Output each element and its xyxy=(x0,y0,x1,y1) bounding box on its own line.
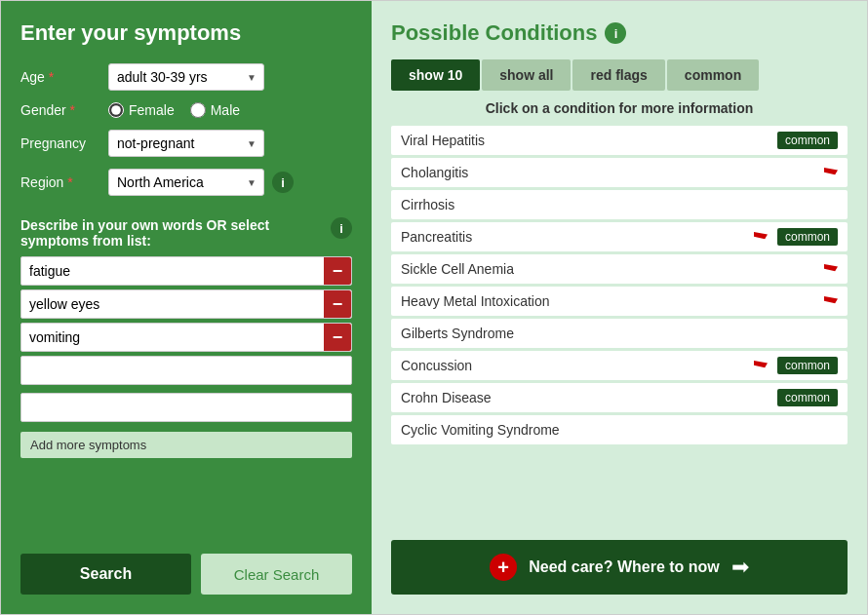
gender-row: Gender * Female Male xyxy=(20,102,352,118)
gender-radio-group: Female Male xyxy=(108,102,240,118)
symptom-empty-1 xyxy=(20,356,352,385)
condition-row-crohn[interactable]: Crohn Disease common xyxy=(391,383,848,412)
region-select[interactable]: North America Europe Asia Africa Austral… xyxy=(108,169,264,196)
condition-name: Concussion xyxy=(401,358,748,373)
age-select-wrapper: adult 30-39 yrs child 0-2 yrs child 3-12… xyxy=(108,63,264,91)
arrow-right-icon: ➡ xyxy=(731,555,749,580)
conditions-info-icon[interactable]: i xyxy=(605,22,626,44)
condition-row-concussion[interactable]: Concussion common xyxy=(391,351,848,380)
red-flag-icon xyxy=(754,361,768,372)
need-care-bar[interactable]: Need care? Where to now ➡ xyxy=(391,540,848,595)
tab-showall[interactable]: show all xyxy=(482,59,571,91)
region-select-wrapper: North America Europe Asia Africa Austral… xyxy=(108,169,264,196)
condition-row-viral-hepatitis[interactable]: Viral Hepatitis common xyxy=(391,126,848,155)
condition-name: Cholangitis xyxy=(401,165,818,180)
gender-required: * xyxy=(70,102,75,118)
tab-bar: show 10 show all red flags common xyxy=(391,59,848,91)
condition-row-cholangitis[interactable]: Cholangitis xyxy=(391,158,848,187)
describe-text: Describe in your own words OR select sym… xyxy=(20,217,315,249)
symptom-input-3[interactable] xyxy=(21,324,324,351)
left-panel: Enter your symptoms Age * adult 30-39 yr… xyxy=(1,1,372,614)
symptom-list: − − − xyxy=(20,256,352,426)
condition-name: Sickle Cell Anemia xyxy=(401,261,818,277)
remove-symptom-1[interactable]: − xyxy=(324,257,351,285)
clear-search-button[interactable]: Clear Search xyxy=(201,554,352,595)
region-required: * xyxy=(67,174,72,190)
describe-section: Describe in your own words OR select sym… xyxy=(20,217,352,249)
common-badge: common xyxy=(777,357,838,374)
symptom-input-2[interactable] xyxy=(21,290,324,318)
condition-name: Pancreatitis xyxy=(401,229,748,245)
condition-name: Cyclic Vomiting Syndrome xyxy=(401,422,838,438)
red-cross-icon xyxy=(490,554,517,581)
pregnancy-select-wrapper: not-pregnant pregnant N/A xyxy=(108,130,264,157)
symptom-input-1[interactable] xyxy=(21,257,324,285)
gender-male-radio[interactable] xyxy=(190,102,206,118)
region-row: Region * North America Europe Asia Afric… xyxy=(20,169,352,196)
condition-row-gilberts[interactable]: Gilberts Syndrome xyxy=(391,319,848,348)
condition-name: Viral Hepatitis xyxy=(401,133,768,148)
gender-female-label[interactable]: Female xyxy=(108,102,175,118)
bottom-buttons: Search Clear Search xyxy=(20,554,352,595)
age-required: * xyxy=(49,69,54,85)
symptom-row-1: − xyxy=(20,256,352,286)
common-badge: common xyxy=(777,132,838,149)
tab-common[interactable]: common xyxy=(667,59,759,91)
condition-row-cyclic-vomiting[interactable]: Cyclic Vomiting Syndrome xyxy=(391,415,848,444)
condition-name: Crohn Disease xyxy=(401,390,768,405)
common-badge: common xyxy=(777,389,838,406)
symptom-row-2: − xyxy=(20,289,352,319)
right-panel: Possible Conditions i show 10 show all r… xyxy=(372,1,867,614)
pregnancy-select[interactable]: not-pregnant pregnant N/A xyxy=(108,130,264,157)
remove-symptom-2[interactable]: − xyxy=(324,290,351,318)
condition-name: Gilberts Syndrome xyxy=(401,326,838,341)
condition-row-sickle-cell[interactable]: Sickle Cell Anemia xyxy=(391,254,848,284)
age-label: Age * xyxy=(20,69,108,85)
region-info-icon[interactable]: i xyxy=(272,172,294,193)
symptom-row-3: − xyxy=(20,323,352,352)
search-button[interactable]: Search xyxy=(20,554,191,595)
page-title: Enter your symptoms xyxy=(20,20,352,46)
region-label: Region * xyxy=(20,174,108,190)
symptom-empty-2 xyxy=(20,393,352,422)
red-flag-icon xyxy=(754,232,768,244)
need-care-text: Need care? Where to now xyxy=(529,558,720,576)
tab-redflags[interactable]: red flags xyxy=(572,59,664,91)
condition-row-heavy-metal[interactable]: Heavy Metal Intoxication xyxy=(391,287,848,316)
tab-show10[interactable]: show 10 xyxy=(391,59,480,91)
gender-female-radio[interactable] xyxy=(108,102,124,118)
condition-row-pancreatitis[interactable]: Pancreatitis common xyxy=(391,222,848,251)
conditions-title: Possible Conditions i xyxy=(391,20,848,46)
condition-row-cirrhosis[interactable]: Cirrhosis xyxy=(391,190,848,219)
red-flag-icon xyxy=(824,264,838,276)
app-container: Enter your symptoms Age * adult 30-39 yr… xyxy=(0,0,868,615)
condition-name: Cirrhosis xyxy=(401,197,838,212)
gender-male-label[interactable]: Male xyxy=(190,102,240,118)
condition-name: Heavy Metal Intoxication xyxy=(401,293,818,309)
age-select[interactable]: adult 30-39 yrs child 0-2 yrs child 3-12… xyxy=(108,63,264,91)
gender-label: Gender * xyxy=(20,102,108,118)
describe-info-icon[interactable]: i xyxy=(331,217,352,239)
add-more-button[interactable]: Add more symptoms xyxy=(20,432,352,458)
pregnancy-label: Pregnancy xyxy=(20,135,108,151)
remove-symptom-3[interactable]: − xyxy=(324,324,351,351)
red-flag-icon xyxy=(824,168,838,179)
red-flag-icon xyxy=(824,296,838,308)
click-info: Click on a condition for more informatio… xyxy=(391,100,848,116)
conditions-list: Viral Hepatitis common Cholangitis Cirrh… xyxy=(391,126,848,524)
pregnancy-row: Pregnancy not-pregnant pregnant N/A xyxy=(20,130,352,157)
common-badge: common xyxy=(777,228,838,246)
age-row: Age * adult 30-39 yrs child 0-2 yrs chil… xyxy=(20,63,352,91)
